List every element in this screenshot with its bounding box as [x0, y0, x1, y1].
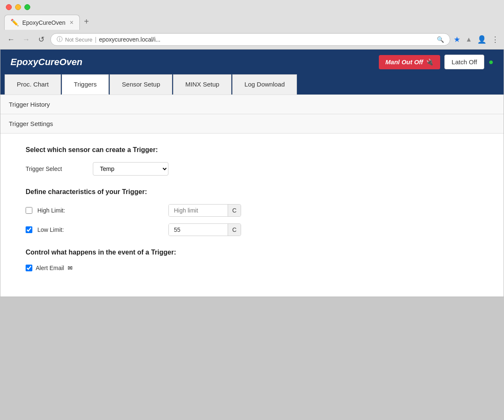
latch-off-button[interactable]: Latch Off — [444, 55, 484, 69]
high-limit-checkbox[interactable] — [26, 207, 32, 214]
alert-email-checkbox[interactable] — [26, 265, 32, 271]
address-url: epoxycureoven.local/i... — [99, 36, 434, 43]
low-limit-checkbox[interactable] — [26, 226, 32, 233]
high-limit-input-group: C — [168, 204, 241, 217]
browser-chrome: ✏️ EpoxyCureOven × + — [0, 0, 504, 30]
header-buttons: Manl Out Off 🔌 Latch Off ● — [379, 55, 494, 69]
address-bar-row: ← → ↺ ⓘ Not Secure | epoxycureoven.local… — [0, 30, 504, 49]
select-sensor-group: Select which sensor can create a Trigger… — [26, 146, 478, 176]
manl-out-button[interactable]: Manl Out Off 🔌 — [379, 55, 441, 69]
high-limit-input[interactable] — [169, 205, 228, 216]
address-separator: | — [95, 36, 97, 43]
toolbar-icons: ★ ▲ 👤 ⋮ — [454, 35, 499, 44]
address-bar[interactable]: ⓘ Not Secure | epoxycureoven.local/i... … — [50, 33, 450, 46]
high-limit-label: High Limit: — [37, 207, 79, 214]
browser-tab[interactable]: ✏️ EpoxyCureOven × — [4, 15, 80, 30]
info-icon: ⓘ — [57, 36, 63, 43]
nav-tabs: Proc. Chart Triggers Sensor Setup MINX S… — [0, 74, 504, 94]
tab-bar: ✏️ EpoxyCureOven × + — [4, 13, 500, 30]
tab-title: EpoxyCureOven — [22, 19, 66, 26]
trigger-settings-header[interactable]: Trigger Settings — [0, 114, 504, 134]
close-button[interactable] — [6, 4, 12, 10]
trigger-select-row: Trigger Select Temp Humidity Pressure — [26, 162, 478, 176]
maximize-button[interactable] — [24, 4, 30, 10]
status-indicator: ● — [488, 57, 494, 67]
trigger-select-label: Trigger Select — [26, 165, 84, 172]
low-limit-label: Low Limit: — [37, 226, 79, 233]
drive-icon[interactable]: ▲ — [465, 36, 472, 43]
refresh-button[interactable]: ↺ — [35, 33, 47, 46]
define-characteristics-group: Define characteristics of your Trigger: … — [26, 188, 478, 236]
manl-out-label: Manl Out Off — [386, 58, 423, 66]
high-limit-row: High Limit: C — [26, 204, 478, 217]
minimize-button[interactable] — [15, 4, 21, 10]
trigger-history-header[interactable]: Trigger History — [0, 94, 504, 114]
new-tab-button[interactable]: + — [81, 13, 92, 30]
tab-sensor-setup[interactable]: Sensor Setup — [110, 74, 172, 94]
search-icon: 🔍 — [437, 36, 444, 43]
app-logo: EpoxyCureOven — [10, 57, 82, 68]
tab-minx-setup[interactable]: MINX Setup — [173, 74, 231, 94]
select-sensor-title: Select which sensor can create a Trigger… — [26, 146, 478, 154]
trigger-settings-content: Select which sensor can create a Trigger… — [0, 134, 504, 297]
trigger-select-dropdown[interactable]: Temp Humidity Pressure — [93, 162, 168, 176]
power-icon: 🔌 — [425, 58, 433, 66]
tab-proc-chart[interactable]: Proc. Chart — [5, 74, 61, 94]
tab-icon: ✏️ — [10, 18, 19, 26]
email-icon: ✉ — [68, 265, 73, 271]
low-limit-input[interactable] — [169, 224, 228, 236]
app-window: EpoxyCureOven Manl Out Off 🔌 Latch Off ●… — [0, 49, 504, 297]
control-title: Control what happens in the event of a T… — [26, 249, 478, 256]
bookmark-icon[interactable]: ★ — [454, 35, 460, 44]
app-header: EpoxyCureOven Manl Out Off 🔌 Latch Off ● — [0, 50, 504, 74]
tab-triggers[interactable]: Triggers — [62, 74, 109, 94]
low-limit-row: Low Limit: C — [26, 223, 478, 236]
account-icon[interactable]: 👤 — [477, 35, 486, 44]
menu-icon[interactable]: ⋮ — [491, 35, 499, 44]
low-limit-unit: C — [228, 224, 241, 236]
traffic-lights — [4, 4, 500, 10]
alert-email-row: Alert Email ✉ — [26, 265, 478, 271]
tab-log-download[interactable]: Log Download — [232, 74, 297, 94]
tab-close-button[interactable]: × — [70, 19, 74, 26]
forward-button[interactable]: → — [20, 34, 32, 46]
high-limit-unit: C — [228, 205, 241, 216]
content: Trigger History Trigger Settings Select … — [0, 94, 504, 297]
define-characteristics-title: Define characteristics of your Trigger: — [26, 188, 478, 196]
alert-email-label: Alert Email — [36, 265, 64, 271]
control-group: Control what happens in the event of a T… — [26, 249, 478, 271]
low-limit-input-group: C — [168, 223, 241, 236]
back-button[interactable]: ← — [5, 34, 17, 46]
security-label: Not Secure — [65, 37, 92, 43]
